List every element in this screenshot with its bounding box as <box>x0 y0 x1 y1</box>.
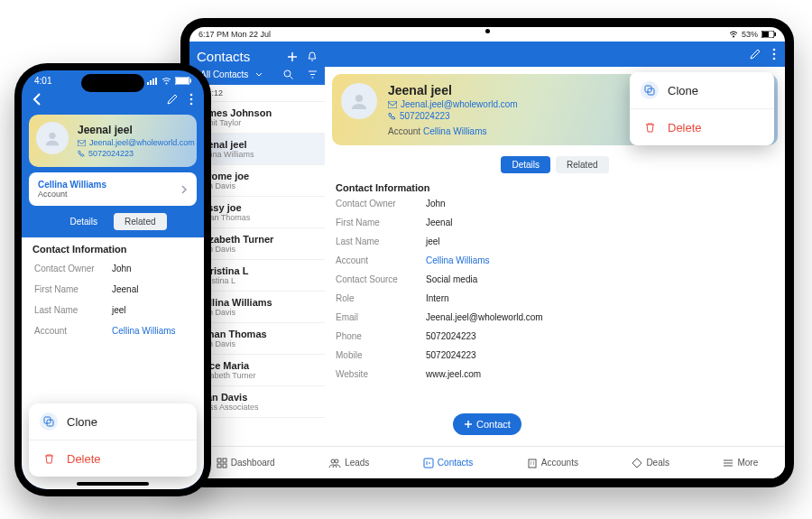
field-value[interactable]: Cellina Williams <box>112 326 191 336</box>
tab-leads[interactable]: Leads <box>328 458 369 468</box>
field-label: Phone <box>336 331 417 341</box>
tab-details[interactable]: Details <box>501 156 550 173</box>
tab-contacts[interactable]: Contacts <box>423 458 473 468</box>
signal-icon <box>147 78 158 85</box>
tablet-status-bar: 6:17 PM Mon 22 Jul 53% <box>189 27 785 42</box>
info-grid: Contact OwnerJohnFirst NameJeenalLast Na… <box>325 199 785 379</box>
svg-rect-9 <box>388 101 397 108</box>
contact-sub: Cellina Williams <box>197 150 318 159</box>
menu-item-delete[interactable]: Delete <box>29 440 197 477</box>
field-value: www.jeel.com <box>426 369 774 379</box>
clone-icon <box>641 81 659 99</box>
menu-item-delete[interactable]: Delete <box>630 108 774 145</box>
search-icon[interactable] <box>283 70 293 79</box>
contact-name: James Johnson <box>197 107 318 118</box>
profile-phone[interactable]: 5072024223 <box>400 111 450 121</box>
field-value: Jeenal <box>426 218 774 227</box>
field-value: Social media <box>426 274 774 284</box>
wifi-icon <box>161 78 171 85</box>
account-label: Account <box>38 190 106 199</box>
tab-details[interactable]: Details <box>59 213 108 230</box>
contact-name: Elizabeth Turner <box>197 234 318 245</box>
contact-sub: Alan Davis <box>197 245 318 254</box>
tab-deals[interactable]: Deals <box>632 458 669 468</box>
more-icon[interactable] <box>772 48 776 60</box>
menu-item-clone[interactable]: Clone <box>29 403 197 440</box>
filter-dropdown[interactable]: All Contacts <box>200 70 248 79</box>
field-value: Intern <box>426 293 774 303</box>
contact-sub: Press Associates <box>197 403 318 412</box>
bell-icon[interactable] <box>307 51 318 62</box>
chevron-down-icon <box>255 72 263 78</box>
profile-card: Jeenal jeel Jeenal.jeel@wholeworld.com 5… <box>29 115 197 167</box>
svg-point-29 <box>190 98 193 101</box>
svg-rect-13 <box>223 459 226 462</box>
svg-point-24 <box>166 82 168 84</box>
phone-icon <box>388 112 396 120</box>
module-title: Contacts <box>197 49 250 64</box>
contact-name: Alice Maria <box>197 360 318 371</box>
edit-icon[interactable] <box>749 48 761 60</box>
field-label: Last Name <box>336 236 417 246</box>
action-menu: Clone Delete <box>29 403 197 477</box>
field-value[interactable]: Cellina Williams <box>426 255 774 265</box>
edit-icon[interactable] <box>166 93 179 106</box>
back-icon[interactable] <box>32 93 42 106</box>
battery-icon <box>175 77 191 85</box>
svg-rect-21 <box>150 80 152 85</box>
field-label: First Name <box>336 218 417 227</box>
contact-name: Johan Thomas <box>197 329 318 339</box>
contact-name: Cellina Williams <box>197 297 318 308</box>
field-label: Role <box>336 293 417 303</box>
phone-icon <box>78 150 85 157</box>
field-value: Jeenal.jeel@wholeworld.com <box>426 312 774 322</box>
svg-rect-32 <box>78 140 86 146</box>
field-label: Contact Owner <box>34 264 103 273</box>
menu-item-clone[interactable]: Clone <box>630 72 774 108</box>
contact-name: Alan Davis <box>197 392 318 403</box>
svg-point-6 <box>773 53 776 56</box>
field-value: 5072024223 <box>426 331 774 341</box>
svg-point-16 <box>331 459 335 463</box>
tab-dashboard[interactable]: Dashboard <box>217 458 275 468</box>
home-indicator <box>77 482 149 486</box>
field-label: Mobile <box>336 350 417 360</box>
profile-phone[interactable]: 5072024223 <box>88 149 134 158</box>
action-menu: Clone Delete <box>630 72 774 145</box>
avatar-icon <box>341 83 377 119</box>
tab-related[interactable]: Related <box>556 156 608 173</box>
trash-icon <box>641 118 659 136</box>
tab-accounts[interactable]: Accounts <box>527 458 578 468</box>
contact-name: Jerome joe <box>197 171 318 181</box>
more-icon[interactable] <box>189 93 193 106</box>
field-value: John <box>112 264 191 273</box>
field-value: jeel <box>112 305 191 315</box>
svg-point-4 <box>284 70 291 77</box>
account-link: Cellina Williams <box>38 180 106 190</box>
add-contact-button[interactable]: Contact <box>453 413 521 435</box>
add-icon[interactable] <box>287 51 298 62</box>
field-label: Last Name <box>34 305 103 315</box>
contact-sub: Elizabeth Turner <box>197 371 318 380</box>
svg-point-17 <box>335 459 338 463</box>
tab-more[interactable]: More <box>723 458 758 468</box>
filter-icon[interactable] <box>308 70 318 79</box>
account-label: Account <box>388 126 420 136</box>
svg-rect-14 <box>217 464 221 468</box>
profile-email[interactable]: Jeenal.jeel@wholeworld.com <box>89 138 195 147</box>
field-label: Account <box>336 255 417 265</box>
svg-point-5 <box>773 49 776 51</box>
field-value: Jeenal <box>112 284 191 294</box>
tab-related[interactable]: Related <box>114 213 166 230</box>
profile-email[interactable]: Jeenal.jeel@wholeworld.com <box>401 99 518 109</box>
status-battery: 53% <box>742 30 758 39</box>
phone-device: 4:01 Jeenal jeel <box>14 63 211 496</box>
contact-sub: Alan Davis <box>197 339 318 348</box>
contact-sub: Alan Davis <box>197 308 318 317</box>
svg-point-31 <box>49 133 55 139</box>
account-card[interactable]: Cellina Williams Account <box>29 172 197 206</box>
svg-rect-3 <box>775 32 777 36</box>
account-link[interactable]: Cellina Williams <box>423 126 487 136</box>
info-grid: Contact OwnerJohnFirst NameJeenalLast Na… <box>22 260 204 339</box>
field-label: Account <box>34 326 103 336</box>
